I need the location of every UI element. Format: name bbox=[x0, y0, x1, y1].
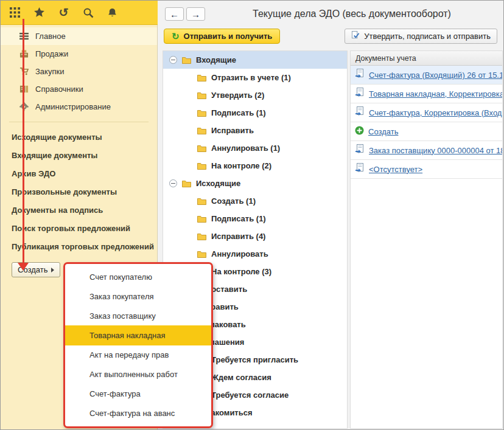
menu-item-rights-transfer-act[interactable]: Акт на передачу прав bbox=[65, 345, 211, 365]
collapse-icon[interactable] bbox=[169, 179, 177, 187]
menu-item-supplier-order[interactable]: Заказ поставщику bbox=[65, 306, 211, 325]
folder-icon bbox=[197, 109, 206, 117]
tree-item-fix-out[interactable]: Исправить (4) bbox=[163, 227, 347, 245]
sidebar-item-label: Главное bbox=[35, 32, 66, 41]
tree-item-label: Требуется пригласить bbox=[211, 355, 298, 364]
folder-icon bbox=[197, 74, 206, 81]
folder-icon bbox=[197, 251, 206, 258]
folder-icon bbox=[197, 145, 206, 152]
tree-item-approve[interactable]: Утвердить (2) bbox=[163, 86, 347, 104]
create-document-link[interactable]: Создать bbox=[368, 127, 398, 136]
document-row-create[interactable]: Создать bbox=[351, 122, 502, 141]
create-dropdown-menu: Счет покупателю Заказ покупателя Заказ п… bbox=[63, 262, 213, 428]
approve-sign-send-label: Утвердить, подписать и отправить bbox=[364, 32, 491, 41]
tree-item-incoming[interactable]: Входящие bbox=[163, 51, 347, 69]
tree-item-label: Исходящие bbox=[196, 179, 240, 188]
page-title: Текущие дела ЭДО (весь документооборот) bbox=[208, 9, 496, 19]
folder-icon bbox=[197, 215, 206, 223]
accounting-documents-panel: Документы учета Счет-фактура (Входящий) … bbox=[350, 50, 503, 429]
document-row-invoice-correction[interactable]: Счет-фактура, Корректировка (Вход... bbox=[351, 103, 502, 122]
tree-item-label: Требуется согласие bbox=[211, 390, 289, 400]
tree-item-fix[interactable]: Исправить bbox=[163, 122, 347, 139]
menu-item-goods-waybill[interactable]: Товарная накладная bbox=[65, 325, 211, 345]
send-receive-button[interactable]: ↻ Отправить и получить bbox=[164, 29, 280, 44]
command-toolbar: ↻ Отправить и получить Утвердить, подпис… bbox=[158, 27, 503, 49]
app-window: ↺ Главное Продажи bbox=[0, 0, 504, 430]
documents-header: Документы учета bbox=[351, 51, 502, 66]
tree-item-label: Исправить (4) bbox=[211, 232, 265, 241]
search-icon[interactable] bbox=[82, 7, 94, 18]
tree-item-label: Ждем согласия bbox=[211, 373, 271, 382]
document-link[interactable]: Товарная накладная, Корректировка ... bbox=[369, 89, 502, 99]
back-button[interactable]: ← bbox=[165, 7, 184, 21]
sidebar-item-label: Закупки bbox=[35, 67, 64, 76]
folder-icon bbox=[182, 180, 191, 187]
forward-button[interactable]: → bbox=[186, 7, 205, 21]
document-link[interactable]: Счет-фактура, Корректировка (Вход... bbox=[369, 108, 502, 117]
tree-item-label: Подписать (1) bbox=[211, 108, 266, 117]
document-link[interactable]: Заказ поставщику 0000-000004 от 18... bbox=[369, 146, 502, 155]
history-icon[interactable]: ↺ bbox=[58, 7, 69, 18]
tree-item-reflect-in-accounting[interactable]: Отразить в учете (1) bbox=[163, 69, 347, 86]
folder-icon bbox=[197, 92, 206, 99]
approve-sign-send-button[interactable]: Утвердить, подписать и отправить bbox=[345, 29, 497, 44]
document-row-absent[interactable]: <Отсутствует> bbox=[351, 160, 502, 179]
document-row-waybill-correction[interactable]: Товарная накладная, Корректировка ... bbox=[351, 85, 502, 103]
favorites-star-icon[interactable] bbox=[33, 7, 45, 18]
document-row-invoice-incoming[interactable]: Счет-фактура (Входящий) 26 от 15.10 bbox=[351, 66, 502, 85]
tree-item-label: Утвердить (2) bbox=[211, 91, 264, 100]
tree-item-label: Создать (1) bbox=[211, 196, 256, 206]
send-receive-label: Отправить и получить bbox=[184, 32, 273, 41]
tree-item-annul[interactable]: Аннулировать (1) bbox=[163, 139, 347, 157]
tree-item-label: Аннулировать (1) bbox=[211, 144, 280, 153]
tree-item-on-control[interactable]: На контроле (2) bbox=[163, 157, 347, 175]
document-icon bbox=[355, 163, 365, 175]
menu-item-invoice[interactable]: Счет-фактура bbox=[65, 384, 211, 404]
document-row-supplier-order[interactable]: Заказ поставщику 0000-000004 от 18... bbox=[351, 141, 502, 160]
tree-item-annul-out[interactable]: Аннулировать bbox=[163, 245, 347, 263]
document-icon bbox=[355, 69, 365, 81]
sidebar-item-label: Администрирование bbox=[35, 102, 111, 111]
menu-item-work-completed-act[interactable]: Акт выполненных работ bbox=[65, 365, 211, 384]
tree-item-label: Подписать (1) bbox=[211, 214, 266, 223]
tree-item-sign[interactable]: Подписать (1) bbox=[163, 104, 347, 122]
tree-item-label: Отразить в учете (1) bbox=[211, 73, 291, 82]
apps-grid-icon[interactable] bbox=[9, 7, 21, 18]
collapse-icon[interactable] bbox=[169, 56, 177, 64]
document-link[interactable]: <Отсутствует> bbox=[369, 165, 422, 174]
annotation-arrow-line bbox=[23, 19, 24, 263]
document-icon bbox=[355, 106, 365, 119]
notifications-bell-icon[interactable] bbox=[107, 7, 118, 18]
tree-item-sign-out[interactable]: Подписать (1) bbox=[163, 210, 347, 227]
tree-item-create-out[interactable]: Создать (1) bbox=[163, 192, 347, 210]
tree-item-outgoing[interactable]: Исходящие bbox=[163, 175, 347, 192]
tree-item-label: Аннулировать bbox=[211, 249, 268, 258]
refresh-icon: ↻ bbox=[172, 32, 180, 41]
folder-icon bbox=[197, 198, 206, 205]
navigation-row: ← → Текущие дела ЭДО (весь документообор… bbox=[158, 1, 503, 27]
menu-item-advance-invoice[interactable]: Счет-фактура на аванс bbox=[65, 404, 211, 423]
sidebar-item-label: Продажи bbox=[35, 49, 68, 58]
tree-item-label: Исправить bbox=[211, 126, 254, 135]
sidebar-item-label: Справочники bbox=[35, 85, 83, 94]
folder-icon bbox=[182, 57, 191, 64]
folder-icon bbox=[197, 233, 206, 240]
sidebar-divider bbox=[9, 122, 149, 122]
document-icon bbox=[355, 144, 365, 156]
content-area: Входящие Отразить в учете (1) Утвердить … bbox=[163, 50, 503, 429]
sign-document-icon bbox=[351, 31, 360, 41]
menu-item-invoice-to-buyer[interactable]: Счет покупателю bbox=[65, 267, 211, 286]
tree-item-label: Входящие bbox=[196, 55, 236, 64]
annotation-arrow-head bbox=[18, 263, 29, 271]
folder-icon bbox=[197, 127, 206, 134]
tree-item-label: На контроле (2) bbox=[211, 161, 271, 170]
tree-item-label: На контроле (3) bbox=[211, 267, 271, 276]
menu-item-buyer-order[interactable]: Заказ покупателя bbox=[65, 286, 211, 306]
plus-icon bbox=[355, 126, 364, 137]
folder-icon bbox=[197, 162, 206, 170]
document-icon bbox=[355, 88, 365, 100]
submenu-arrow-icon bbox=[51, 268, 54, 272]
document-link[interactable]: Счет-фактура (Входящий) 26 от 15.10 bbox=[369, 71, 502, 80]
